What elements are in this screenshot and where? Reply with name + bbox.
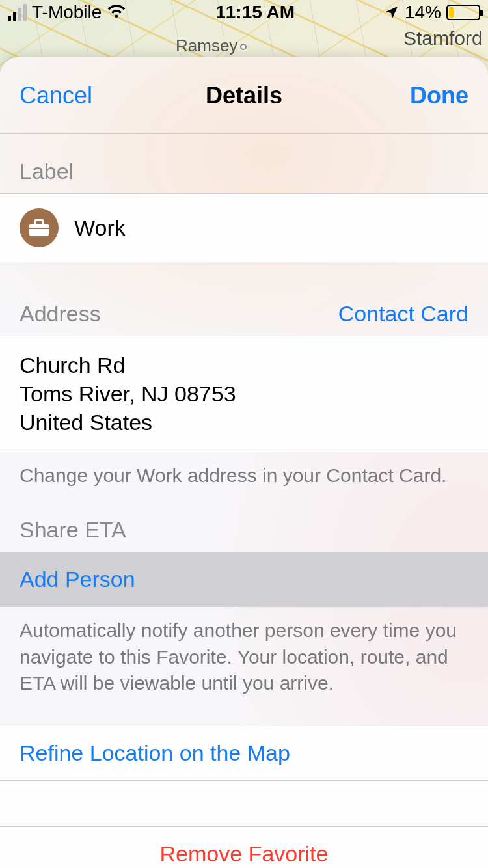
address-note: Change your Work address in your Contact… [0, 452, 488, 489]
spacer-row [0, 781, 488, 826]
status-bar: T-Mobile 11:15 AM 14% [0, 0, 488, 25]
map-label-stamford: Stamford [403, 27, 483, 49]
label-value: Work [74, 215, 126, 241]
battery-icon [446, 5, 480, 20]
address-section-header: Address Contact Card [0, 262, 488, 336]
address-line3: United States [20, 408, 236, 437]
briefcase-icon [20, 208, 59, 247]
cancel-button[interactable]: Cancel [20, 57, 92, 133]
address-line1: Church Rd [20, 351, 236, 379]
add-person-button[interactable]: Add Person [0, 552, 488, 607]
details-sheet: Cancel Details Done Label Work Address C… [0, 57, 488, 868]
address-line2: Toms River, NJ 08753 [20, 379, 236, 408]
contact-card-link[interactable]: Contact Card [338, 301, 468, 327]
remove-favorite-button[interactable]: Remove Favorite [0, 826, 488, 868]
label-row-work[interactable]: Work [0, 193, 488, 262]
wifi-icon [107, 5, 126, 20]
share-eta-note: Automatically notify another person ever… [0, 607, 488, 697]
svg-rect-2 [29, 228, 49, 229]
sheet-nav-bar: Cancel Details Done [0, 57, 488, 134]
label-section-header: Label [0, 134, 488, 193]
sheet-title: Details [206, 82, 282, 109]
status-time: 11:15 AM [215, 2, 295, 23]
svg-rect-1 [35, 220, 43, 225]
carrier-label: T-Mobile [32, 2, 102, 23]
refine-location-button[interactable]: Refine Location on the Map [0, 726, 488, 781]
cell-signal-icon [8, 4, 27, 21]
map-label-ramsey: Ramsey [176, 36, 247, 56]
address-cell[interactable]: Church Rd Toms River, NJ 08753 United St… [0, 336, 488, 452]
share-eta-header: Share ETA [0, 489, 488, 552]
location-arrow-icon [384, 5, 400, 20]
done-button[interactable]: Done [410, 57, 468, 133]
battery-percent: 14% [405, 2, 441, 23]
